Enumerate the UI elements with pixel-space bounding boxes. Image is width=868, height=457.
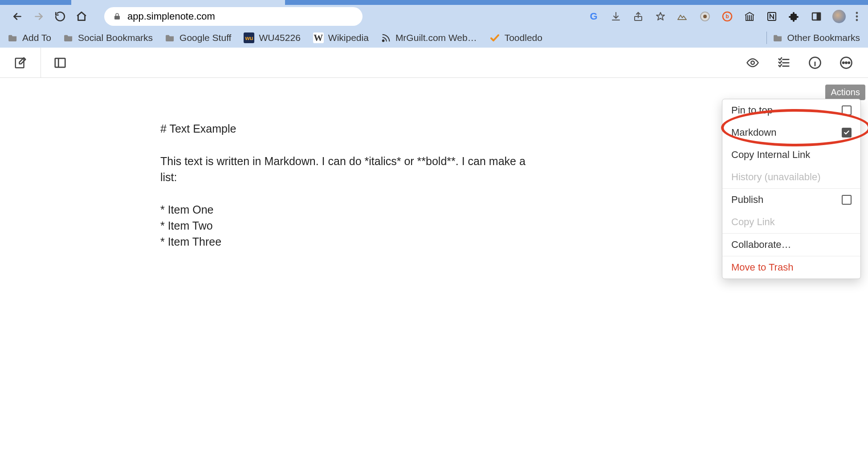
checkbox-icon (842, 105, 852, 115)
toggle-sidebar-button[interactable] (53, 56, 67, 69)
sidepanel-icon[interactable] (810, 10, 823, 23)
bookmark-label: Wikipedia (328, 32, 369, 43)
forward-button[interactable] (29, 7, 48, 26)
svg-text:b: b (725, 13, 729, 20)
checkbox-icon (842, 195, 852, 205)
svg-point-18 (845, 62, 847, 63)
bookmark-add-to[interactable]: Add To (8, 32, 51, 43)
svg-rect-13 (55, 58, 65, 67)
bookmark-label: Social Bookmarks (78, 32, 153, 43)
note-line: This text is written in Markdown. I can … (160, 155, 529, 183)
menu-copy-link: Copy Link (722, 211, 860, 233)
star-icon[interactable] (654, 10, 667, 23)
download-icon[interactable] (610, 10, 622, 23)
actions-button[interactable] (839, 56, 853, 69)
tab-strip (0, 0, 868, 5)
toolbar-right-icons: G b (587, 10, 858, 23)
menu-publish[interactable]: Publish (722, 189, 860, 211)
check-icon (489, 32, 500, 43)
svg-point-14 (751, 61, 754, 65)
home-button[interactable] (72, 7, 91, 26)
checkbox-checked-icon (842, 128, 852, 138)
note-line: * Item One (160, 203, 214, 216)
bookmark-social[interactable]: Social Bookmarks (64, 32, 153, 43)
google-icon[interactable]: G (587, 10, 600, 23)
svg-point-19 (848, 62, 850, 63)
folder-icon (773, 34, 783, 42)
svg-point-8 (856, 12, 858, 14)
chrome-menu-button[interactable] (856, 11, 858, 22)
bookmark-google-stuff[interactable]: Google Stuff (165, 32, 231, 43)
extension-notion-icon[interactable] (766, 10, 778, 23)
menu-label: Copy Internal Link (731, 149, 810, 161)
checklist-button[interactable] (777, 56, 791, 69)
menu-collaborate[interactable]: Collaborate… (722, 234, 860, 256)
wunderground-icon: wu (244, 32, 254, 43)
other-bookmarks[interactable]: Other Bookmarks (773, 32, 860, 43)
note-line: * Item Two (160, 219, 213, 232)
bookmark-label: Toodledo (505, 32, 542, 43)
menu-move-to-trash[interactable]: Move to Trash (722, 256, 860, 276)
menu-label: Copy Link (731, 216, 775, 228)
bookmark-label: Add To (22, 32, 51, 43)
browser-chrome: app.simplenote.com G b (0, 0, 868, 48)
lock-icon (113, 12, 121, 20)
bookmark-separator (766, 32, 767, 44)
url-text: app.simplenote.com (127, 11, 215, 22)
menu-label: Collaborate… (731, 239, 791, 251)
browser-nav-row: app.simplenote.com G b (0, 5, 868, 28)
menu-history: History (unavailable) (722, 166, 860, 188)
profile-avatar[interactable] (832, 10, 846, 23)
svg-rect-7 (817, 13, 820, 20)
rss-icon (381, 33, 391, 43)
other-bookmarks-label: Other Bookmarks (787, 32, 860, 43)
menu-label: Publish (731, 194, 763, 206)
actions-menu: Pin to top Markdown Copy Internal Link H… (722, 99, 861, 276)
svg-point-17 (843, 62, 844, 63)
bookmarks-bar: Add To Social Bookmarks Google Stuff wu … (0, 28, 868, 48)
menu-label: Markdown (731, 127, 776, 138)
bookmark-mrguilt[interactable]: MrGuilt.com Web… (381, 32, 477, 43)
extension-bitly-icon[interactable]: b (721, 10, 734, 23)
omnibox[interactable]: app.simplenote.com (104, 7, 363, 26)
menu-label: Move to Trash (731, 262, 793, 273)
bookmark-wu45226[interactable]: wu WU45226 (244, 32, 300, 43)
menu-label: Pin to top (731, 105, 773, 116)
menu-markdown[interactable]: Markdown (722, 121, 860, 144)
bookmark-label: WU45226 (259, 32, 300, 43)
note-editor[interactable]: # Text Example This text is written in M… (160, 105, 534, 250)
bookmark-label: MrGuilt.com Web… (395, 32, 477, 43)
folder-icon (165, 34, 175, 42)
extension-circle-icon[interactable] (699, 10, 711, 23)
extensions-puzzle-icon[interactable] (788, 10, 800, 23)
new-note-button[interactable] (14, 56, 27, 69)
bookmark-toodledo[interactable]: Toodledo (489, 32, 542, 43)
reload-button[interactable] (51, 7, 69, 26)
note-line: * Item Three (160, 235, 221, 248)
menu-pin-to-top[interactable]: Pin to top (722, 99, 860, 121)
menu-label: History (unavailable) (731, 171, 821, 183)
wikipedia-icon: W (313, 32, 324, 43)
bookmark-wikipedia[interactable]: W Wikipedia (313, 32, 369, 43)
menu-copy-internal-link[interactable]: Copy Internal Link (722, 144, 860, 166)
folder-icon (8, 34, 18, 42)
svg-point-10 (856, 19, 858, 21)
info-button[interactable] (808, 56, 822, 69)
svg-point-9 (856, 16, 858, 18)
folder-icon (64, 34, 73, 42)
app-toolbar (0, 48, 868, 78)
preview-button[interactable] (746, 56, 759, 69)
back-button[interactable] (8, 7, 27, 26)
note-line: # Text Example (160, 122, 236, 135)
extension-library-icon[interactable] (743, 10, 756, 23)
extension-mountain-icon[interactable] (676, 10, 689, 23)
svg-point-11 (383, 40, 384, 42)
svg-point-2 (703, 15, 707, 18)
actions-tooltip: Actions (825, 85, 865, 100)
share-icon[interactable] (632, 10, 644, 23)
bookmark-label: Google Stuff (179, 32, 231, 43)
